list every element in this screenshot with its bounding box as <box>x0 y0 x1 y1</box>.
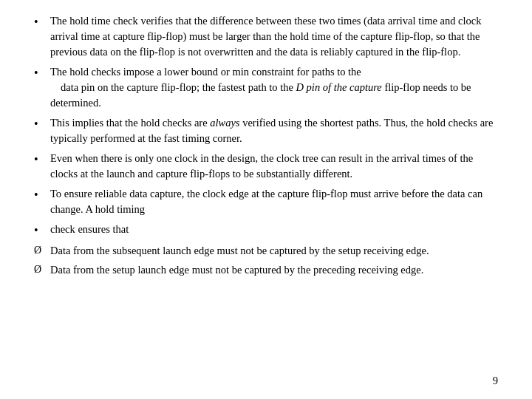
page-number: 9 <box>493 373 498 389</box>
list-item: • The hold time check verifies that the … <box>34 13 498 60</box>
page-container: • The hold time check verifies that the … <box>0 0 532 399</box>
bullet-content: The hold time check verifies that the di… <box>50 13 498 60</box>
bullet-symbol: • <box>34 186 47 203</box>
list-item: • This implies that the hold checks are … <box>34 115 498 146</box>
list-item: • The hold checks impose a lower bound o… <box>34 64 498 111</box>
bullet-symbol: • <box>34 115 47 132</box>
italic-always: always <box>210 117 239 129</box>
list-item: • Even when there is only one clock in t… <box>34 151 498 182</box>
list-item: • check ensures that <box>34 222 498 239</box>
bullet-content: Even when there is only one clock in the… <box>50 151 498 182</box>
bullet-symbol: • <box>34 222 47 239</box>
arrow-item: Ø Data from the subsequent launch edge m… <box>34 243 498 259</box>
arrow-list: Ø Data from the subsequent launch edge m… <box>34 243 498 278</box>
bullet-symbol: • <box>34 64 47 81</box>
arrow-symbol: Ø <box>34 243 50 258</box>
bullet-list: • The hold time check verifies that the … <box>34 13 498 239</box>
arrow-content: Data from the setup launch edge must not… <box>50 262 498 278</box>
bullet-content: This implies that the hold checks are al… <box>50 115 498 146</box>
arrow-symbol: Ø <box>34 262 50 277</box>
bullet-content: check ensures that <box>50 222 498 237</box>
bullet-symbol: • <box>34 151 47 168</box>
bullet-symbol: • <box>34 13 47 30</box>
bullet-content: The hold checks impose a lower bound or … <box>50 64 498 111</box>
list-item: • To ensure reliable data capture, the c… <box>34 186 498 217</box>
indented-line: data pin on the capture flip-flop; the f… <box>50 81 471 109</box>
bullet-content: To ensure reliable data capture, the clo… <box>50 186 498 217</box>
arrow-item: Ø Data from the setup launch edge must n… <box>34 262 498 278</box>
arrow-content: Data from the subsequent launch edge mus… <box>50 243 498 259</box>
italic-text: D pin of the capture <box>296 81 382 93</box>
